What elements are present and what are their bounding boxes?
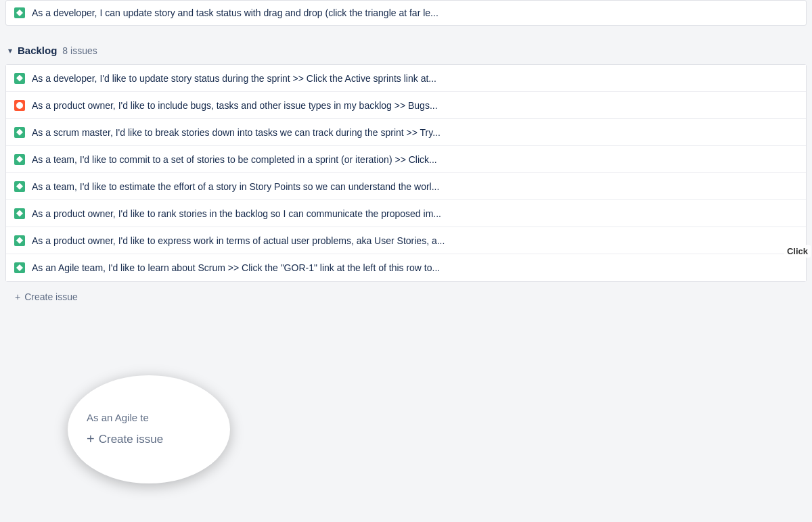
- issue-text: As a scrum master, I'd like to break sto…: [32, 127, 798, 138]
- tooltip-plus-icon: +: [87, 431, 95, 447]
- story-type-icon: [14, 127, 25, 138]
- spotlight-popup: As an Agile te + Create issue: [68, 375, 230, 483]
- tooltip-create-issue-label: Create issue: [99, 433, 163, 446]
- issue-text: As a team, I'd like to commit to a set o…: [32, 154, 798, 165]
- issue-text: As an Agile team, I'd like to learn abou…: [32, 262, 798, 273]
- story-type-icon: [14, 73, 25, 84]
- issue-text: As a team, I'd like to estimate the effo…: [32, 181, 798, 192]
- issue-row[interactable]: As a team, I'd like to commit to a set o…: [6, 146, 806, 173]
- story-type-icon: [14, 154, 25, 165]
- issue-row[interactable]: As a developer, I'd like to update story…: [6, 65, 806, 92]
- issue-row[interactable]: As a scrum master, I'd like to break sto…: [6, 119, 806, 146]
- story-type-icon: [14, 235, 25, 246]
- create-issue-row[interactable]: + Create issue: [5, 285, 807, 309]
- page-container: As a developer, I can update story and t…: [0, 0, 812, 522]
- create-issue-plus: +: [15, 291, 20, 302]
- issue-row[interactable]: As an Agile team, I'd like to learn abou…: [6, 254, 806, 281]
- story-type-icon: [14, 208, 25, 219]
- story-icon: [14, 7, 25, 18]
- issue-row[interactable]: As a product owner, I'd like to express …: [6, 227, 806, 254]
- top-issue-row[interactable]: As a developer, I can update story and t…: [5, 0, 807, 26]
- backlog-toggle-icon[interactable]: ▾: [8, 46, 12, 55]
- backlog-title: Backlog: [18, 45, 57, 56]
- backlog-count: 8 issues: [62, 45, 97, 56]
- issue-text: As a product owner, I'd like to express …: [32, 235, 798, 246]
- issue-row[interactable]: As a team, I'd like to estimate the effo…: [6, 173, 806, 200]
- tooltip-prefix-text: As an Agile te: [87, 412, 149, 423]
- issue-text: As a product owner, I'd like to rank sto…: [32, 208, 798, 219]
- click-label: Click: [784, 245, 811, 258]
- backlog-header: ▾ Backlog 8 issues: [0, 31, 812, 64]
- tooltip-create-issue[interactable]: + Create issue: [87, 431, 163, 447]
- story-type-icon: [14, 181, 25, 192]
- bug-type-icon: [14, 100, 25, 111]
- issue-row[interactable]: As a product owner, I'd like to include …: [6, 92, 806, 119]
- issue-text: As a product owner, I'd like to include …: [32, 100, 798, 111]
- top-issue-text: As a developer, I can update story and t…: [32, 7, 798, 18]
- issue-text: As a developer, I'd like to update story…: [32, 73, 798, 84]
- story-type-icon: [14, 262, 25, 273]
- issue-row[interactable]: As a product owner, I'd like to rank sto…: [6, 200, 806, 227]
- create-issue-label: Create issue: [24, 291, 78, 302]
- issue-list: As a developer, I'd like to update story…: [5, 64, 807, 282]
